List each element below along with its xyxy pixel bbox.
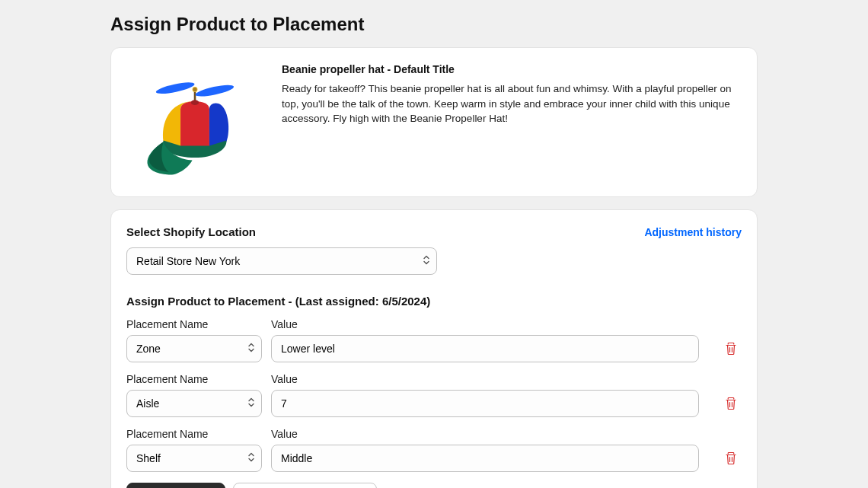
placement-row: Placement Name Shelf Value bbox=[126, 428, 742, 472]
svg-point-4 bbox=[193, 88, 196, 91]
placement-name-select[interactable]: Shelf bbox=[126, 445, 262, 472]
svg-point-5 bbox=[191, 100, 199, 105]
copy-from-product-button[interactable]: Copy from another product bbox=[233, 483, 377, 488]
page-title: Assign Product to Placement bbox=[110, 14, 758, 35]
product-image bbox=[126, 63, 263, 181]
trash-icon bbox=[724, 397, 738, 410]
product-card: Beanie propeller hat - Default Title Rea… bbox=[110, 47, 758, 197]
product-title: Beanie propeller hat - Default Title bbox=[282, 63, 742, 75]
adjustment-history-link[interactable]: Adjustment history bbox=[644, 226, 742, 238]
value-label: Value bbox=[271, 428, 699, 440]
trash-icon bbox=[724, 342, 738, 356]
placement-name-label: Placement Name bbox=[126, 373, 262, 385]
placement-name-label: Placement Name bbox=[126, 318, 262, 330]
delete-placement-button[interactable] bbox=[720, 448, 742, 469]
placement-value-input[interactable] bbox=[272, 445, 698, 471]
svg-point-3 bbox=[194, 83, 235, 99]
add-placement-button[interactable]: + Add Placement bbox=[126, 483, 225, 488]
placement-name-select[interactable]: Aisle bbox=[126, 390, 262, 417]
placement-name-label: Placement Name bbox=[126, 428, 262, 440]
delete-placement-button[interactable] bbox=[720, 393, 742, 414]
svg-point-2 bbox=[155, 80, 196, 96]
placement-card: Select Shopify Location Adjustment histo… bbox=[110, 209, 758, 488]
location-label: Select Shopify Location bbox=[126, 225, 256, 238]
trash-icon bbox=[724, 451, 738, 465]
assign-section-title: Assign Product to Placement - (Last assi… bbox=[126, 295, 742, 308]
delete-placement-button[interactable] bbox=[720, 338, 742, 359]
value-label: Value bbox=[271, 373, 699, 385]
placement-row: Placement Name Zone Value bbox=[126, 318, 742, 362]
placement-value-input[interactable] bbox=[272, 336, 698, 362]
placement-value-input[interactable] bbox=[272, 391, 698, 416]
product-description: Ready for takeoff? This beanie propeller… bbox=[282, 81, 742, 126]
location-select[interactable]: Retail Store New York bbox=[126, 247, 437, 275]
value-label: Value bbox=[271, 318, 699, 330]
placement-name-select[interactable]: Zone bbox=[126, 335, 262, 362]
placement-row: Placement Name Aisle Value bbox=[126, 373, 742, 417]
